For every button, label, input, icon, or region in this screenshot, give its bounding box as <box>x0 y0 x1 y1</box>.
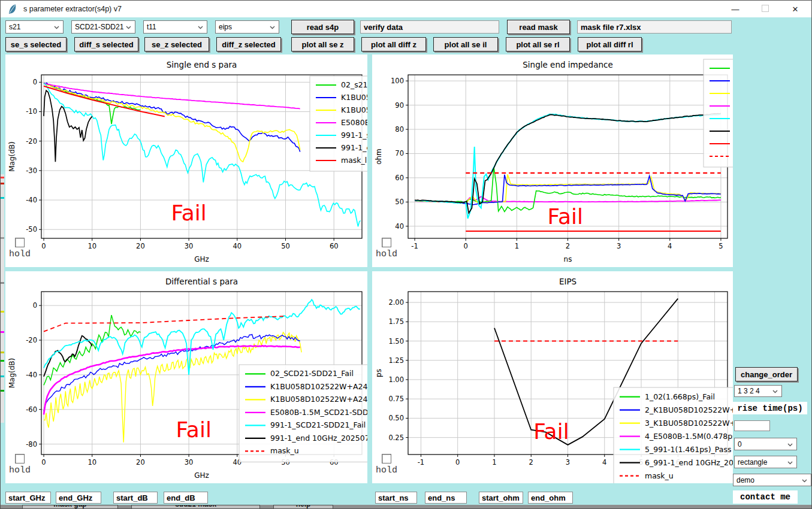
window-fn-select[interactable]: rectangle <box>734 456 797 468</box>
start-ns-input[interactable] <box>375 492 417 504</box>
t-param-select-value: t11 <box>147 23 156 31</box>
mode-select[interactable]: demo <box>733 474 811 486</box>
plot-all-se-z-button[interactable]: plot all se z <box>291 37 354 51</box>
svg-text:20: 20 <box>136 242 145 250</box>
svg-text:4_E5080B-1.5M(0.478ps)_Pa: 4_E5080B-1.5M(0.478ps)_Pa <box>645 432 733 441</box>
svg-text:90: 90 <box>395 101 404 110</box>
close-icon[interactable]: ✕ <box>789 5 802 14</box>
end-ghz-input[interactable] <box>56 492 101 504</box>
chevron-down-icon <box>787 443 793 447</box>
diff-param-select[interactable]: SCD21-SDD21 <box>71 20 135 34</box>
svg-text:991-1_end 10GHz: 991-1_end 10GHz <box>341 143 367 152</box>
svg-text:-30: -30 <box>26 166 37 175</box>
svg-text:3: 3 <box>617 242 621 250</box>
svg-text:0: 0 <box>41 458 46 466</box>
svg-text:50: 50 <box>395 198 404 206</box>
read-s4p-button[interactable]: read s4p <box>291 20 354 34</box>
window-fn-select-value: rectangle <box>738 458 767 466</box>
svg-text:02_s21_Fail: 02_s21_Fail <box>341 80 367 89</box>
start-ghz-input[interactable] <box>5 492 51 504</box>
svg-text:-40: -40 <box>26 371 37 379</box>
svg-text:EIPS: EIPS <box>559 277 576 286</box>
end-db-input[interactable] <box>164 492 208 504</box>
svg-text:Mag(dB): Mag(dB) <box>8 358 16 389</box>
rise-time-input[interactable] <box>734 420 770 431</box>
svg-text:-50: -50 <box>26 225 37 234</box>
svg-text:Mag(dB): Mag(dB) <box>8 141 16 172</box>
end-ohm-input[interactable] <box>528 492 573 504</box>
svg-text:991-1_end 10GHz_20250714_: 991-1_end 10GHz_20250714_ <box>270 434 367 443</box>
svg-text:30: 30 <box>185 458 194 466</box>
svg-text:0.50: 0.50 <box>388 414 404 422</box>
eips-select[interactable]: eips <box>215 20 279 34</box>
hold-label: hold <box>9 465 31 475</box>
svg-text:-20: -20 <box>26 336 37 344</box>
plot-all-diff-rl-button[interactable]: plot all diff rl <box>578 37 642 51</box>
hold-checkbox[interactable] <box>382 454 391 463</box>
minimize-icon[interactable]: — <box>729 5 742 14</box>
svg-text:Single end s para: Single end s para <box>167 60 237 69</box>
chevron-down-icon <box>787 461 793 465</box>
se-z-selected-button[interactable]: se_z selected <box>144 37 209 51</box>
mask-file-entry[interactable]: mask file r7.xlsx <box>577 20 732 34</box>
svg-text:60: 60 <box>330 242 339 250</box>
change-order-button[interactable]: change_order <box>735 367 798 381</box>
chevron-down-icon <box>802 479 807 483</box>
svg-text:Fail: Fail <box>548 204 583 229</box>
se-s-selected-button[interactable]: se_s selected <box>5 37 67 51</box>
svg-text:-60: -60 <box>26 405 37 414</box>
t-param-select[interactable]: t11 <box>143 20 207 34</box>
svg-text:-10: -10 <box>26 107 37 116</box>
svg-text:1_02(1.668ps)_Fail: 1_02(1.668ps)_Fail <box>645 392 715 401</box>
svg-text:K1BU058D102522W+A2430-0: K1BU058D102522W+A2430-0 <box>270 395 367 404</box>
svg-text:E5080B-1.5M_s21: E5080B-1.5M_s21 <box>341 118 367 127</box>
maximize-icon[interactable] <box>759 5 772 14</box>
order-select[interactable]: 1 3 2 4 <box>734 385 782 397</box>
svg-text:Single end impedance: Single end impedance <box>523 60 612 69</box>
contact-me-button[interactable]: contact me <box>733 490 798 504</box>
s-param-select[interactable]: s21 <box>5 20 64 34</box>
verify-data-entry[interactable]: verify data <box>360 20 499 34</box>
plot-all-se-il-button[interactable]: plot all se il <box>433 37 498 51</box>
svg-text:0: 0 <box>464 242 468 250</box>
svg-text:0: 0 <box>41 242 46 250</box>
svg-text:2_K1BU058D102522W+A24: 2_K1BU058D102522W+A24 <box>645 405 733 414</box>
end-ns-input[interactable] <box>425 492 467 504</box>
svg-text:0: 0 <box>33 301 37 310</box>
svg-text:991-1_SCD21-SDD21_Fail: 991-1_SCD21-SDD21_Fail <box>270 420 366 429</box>
svg-text:ns: ns <box>564 255 572 263</box>
svg-text:-20: -20 <box>26 137 37 146</box>
svg-text:10: 10 <box>87 458 96 466</box>
svg-text:3: 3 <box>566 458 570 466</box>
background-window-button: sdd21 mask <box>131 505 260 509</box>
diff-s-selected-button[interactable]: diff_s selected <box>74 37 138 51</box>
svg-text:GHz: GHz <box>194 471 209 480</box>
svg-text:1.50: 1.50 <box>388 337 404 346</box>
hold-checkbox[interactable] <box>15 454 25 463</box>
svg-text:30: 30 <box>185 242 194 250</box>
svg-text:0: 0 <box>33 78 37 86</box>
svg-text:E5080B-1.5M_SCD21-SDD21_F: E5080B-1.5M_SCD21-SDD21_F <box>270 408 367 417</box>
svg-text:1.25: 1.25 <box>388 356 404 365</box>
svg-text:1.75: 1.75 <box>388 317 404 326</box>
svg-text:5: 5 <box>719 242 723 250</box>
svg-text:mask_l: mask_l <box>341 156 367 165</box>
hold-checkbox[interactable] <box>382 238 391 247</box>
svg-text:ps: ps <box>375 369 383 377</box>
hold-checkbox[interactable] <box>15 238 25 247</box>
plot-all-se-rl-button[interactable]: plot all se rl <box>506 37 570 51</box>
diff-z-selected-button[interactable]: diff_z selected <box>216 37 281 51</box>
svg-text:ohm: ohm <box>375 149 383 165</box>
start-db-input[interactable] <box>113 492 158 504</box>
start-ohm-input[interactable] <box>479 492 523 504</box>
window-title: s parameter extractor(s4p) v7 <box>23 5 122 13</box>
zero-select[interactable]: 0 <box>734 438 797 450</box>
plot-all-diff-z-button[interactable]: plot all diff z <box>361 37 426 51</box>
read-mask-button[interactable]: read mask <box>507 20 570 34</box>
svg-text:4: 4 <box>668 242 672 250</box>
hold-label: hold <box>9 249 31 259</box>
diff-param-select-value: SCD21-SDD21 <box>75 23 123 31</box>
svg-text:K1BU058D102522W+A2430-0: K1BU058D102522W+A2430-0 <box>270 382 367 391</box>
rise-time-label: rise time(ps) <box>733 402 807 414</box>
chevron-down-icon <box>270 26 275 29</box>
